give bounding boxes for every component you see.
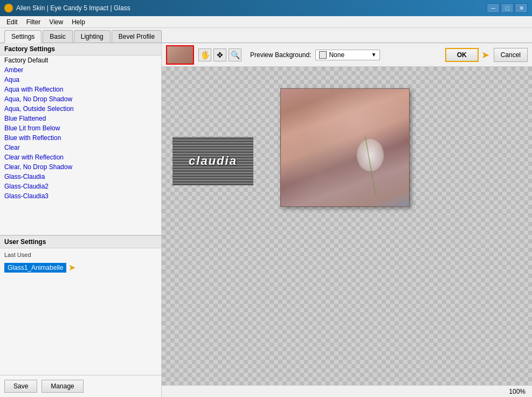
user-item-row: Glass1_Animabelle ➤ <box>0 261 161 274</box>
right-top-bar: 🖐 ✥ 🔍 Preview Background: None ▼ OK ➤ <box>162 43 532 67</box>
tab-bevel-profile[interactable]: Bevel Profile <box>112 30 162 43</box>
tab-basic[interactable]: Basic <box>43 30 72 43</box>
preview-bg-control[interactable]: None ▼ <box>315 50 380 60</box>
factory-settings-header: Factory Settings <box>0 43 161 55</box>
user-settings-header: User Settings <box>0 235 161 248</box>
canvas-area: claudia <box>162 67 532 385</box>
tab-settings[interactable]: Settings <box>4 30 42 43</box>
factory-settings-list[interactable]: Factory Default Amber Aqua Aqua with Ref… <box>0 55 161 235</box>
hand-tool-icon[interactable]: 🖐 <box>198 48 211 61</box>
chevron-down-icon: ▼ <box>371 52 376 58</box>
preview-image-overlay <box>280 88 410 207</box>
list-item[interactable]: Amber <box>0 65 161 75</box>
list-item[interactable]: Aqua, No Drop Shadow <box>0 94 161 104</box>
list-item[interactable]: Clear <box>0 143 161 152</box>
menu-view[interactable]: View <box>45 17 67 27</box>
preview-thumbnail[interactable] <box>166 45 194 65</box>
watermark-bg: claudia <box>172 137 253 185</box>
move-tool-icon[interactable]: ✥ <box>213 48 226 61</box>
bottom-buttons: Save Manage <box>0 375 161 397</box>
factory-settings-section: Factory Settings Factory Default Amber A… <box>0 43 161 235</box>
last-used-label: Last Used <box>0 250 161 259</box>
preview-image-bg <box>280 88 410 207</box>
ok-button[interactable]: OK <box>445 48 479 62</box>
preview-thumb-image <box>167 46 193 64</box>
menu-bar: Edit Filter View Help <box>0 16 532 28</box>
zoom-level: 100% <box>509 388 526 395</box>
title-bar: Alien Skin | Eye Candy 5 Impact | Glass … <box>0 0 532 16</box>
maximize-button[interactable]: □ <box>501 3 514 13</box>
watermark-text: claudia <box>189 154 237 168</box>
main-content: Factory Settings Factory Default Amber A… <box>0 43 532 397</box>
list-item[interactable]: Factory Default <box>0 55 161 65</box>
list-item[interactable]: Blue Lit from Below <box>0 123 161 133</box>
zoom-tool-icon[interactable]: 🔍 <box>229 48 241 61</box>
watermark-preview: claudia <box>172 137 253 185</box>
zoom-icon: 🔍 <box>231 51 240 59</box>
list-item[interactable]: Clear with Reflection <box>0 152 161 162</box>
move-icon: ✥ <box>217 51 223 59</box>
menu-help[interactable]: Help <box>67 17 89 27</box>
left-panel: Factory Settings Factory Default Amber A… <box>0 43 162 397</box>
main-preview-image <box>280 88 410 207</box>
list-item[interactable]: Clear, No Drop Shadow <box>0 162 161 172</box>
watermark-text-overlay: claudia <box>172 137 253 185</box>
user-settings-list: Glass1_Animabelle ➤ <box>0 259 161 375</box>
manage-button[interactable]: Manage <box>42 380 83 393</box>
ok-cancel-buttons: OK ➤ Cancel <box>445 48 528 62</box>
list-item[interactable]: Aqua <box>0 75 161 85</box>
cancel-button[interactable]: Cancel <box>494 48 528 62</box>
list-item[interactable]: Blue Flattened <box>0 114 161 123</box>
menu-edit[interactable]: Edit <box>2 17 22 27</box>
save-button[interactable]: Save <box>4 380 37 393</box>
list-item[interactable]: Glass-Claudia3 <box>0 191 161 201</box>
hand-icon: 🖐 <box>201 51 210 59</box>
preview-color-swatch <box>319 51 327 59</box>
list-item[interactable]: Blue with Reflection <box>0 133 161 143</box>
tool-icons: 🖐 ✥ 🔍 <box>198 48 241 61</box>
arrow-icon: ➤ <box>68 262 75 273</box>
close-button[interactable]: ✕ <box>515 3 528 13</box>
menu-filter[interactable]: Filter <box>22 17 45 27</box>
preview-bg-value: None <box>329 51 344 59</box>
status-bar: 100% <box>162 385 532 397</box>
list-item[interactable]: Glass-Claudia2 <box>0 182 161 191</box>
tab-lighting[interactable]: Lighting <box>74 30 110 43</box>
minimize-button[interactable]: ─ <box>487 3 500 13</box>
list-item[interactable]: Aqua with Reflection <box>0 85 161 94</box>
user-settings-section: User Settings Last Used Glass1_Animabell… <box>0 235 161 397</box>
list-item[interactable]: Aqua, Outside Selection <box>0 104 161 114</box>
preview-bg-label: Preview Background: <box>250 51 311 59</box>
user-item[interactable]: Glass1_Animabelle <box>4 263 66 273</box>
app-icon <box>4 4 13 12</box>
list-item[interactable]: Glass-Claudia <box>0 172 161 182</box>
ok-arrow-icon: ➤ <box>481 49 489 61</box>
app-title: Alien Skin | Eye Candy 5 Impact | Glass <box>16 4 130 12</box>
right-panel: 🖐 ✥ 🔍 Preview Background: None ▼ OK ➤ <box>162 43 532 397</box>
tabs-bar: Settings Basic Lighting Bevel Profile <box>0 28 532 43</box>
